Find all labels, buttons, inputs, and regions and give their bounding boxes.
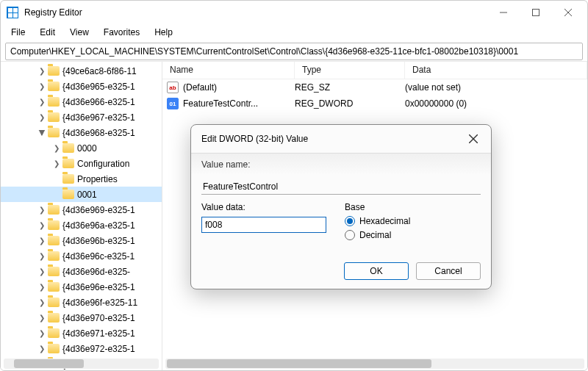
expand-icon[interactable]: ❯ (37, 267, 46, 276)
expand-icon[interactable]: ❯ (52, 159, 61, 168)
tree-item[interactable]: ❯{4d36e96c-e325-1 (1, 248, 162, 264)
expand-icon[interactable]: ❯ (37, 237, 46, 245)
tree-horizontal-scrollbar[interactable] (4, 359, 159, 369)
folder-icon (48, 267, 60, 276)
menu-view[interactable]: View (62, 26, 96, 39)
expand-icon[interactable]: ❯ (37, 82, 46, 91)
tree-item[interactable]: ❯{4d36e965-e325-1 (1, 79, 162, 94)
value-data-input[interactable] (201, 217, 326, 233)
tree-item[interactable]: ❯{4d36e96e-e325-1 (1, 279, 162, 295)
folder-icon (48, 82, 60, 91)
tree-item-label: {4d36e96c-e325-1 (62, 251, 139, 262)
maximize-button[interactable] (520, 1, 552, 24)
minimize-button[interactable] (487, 1, 520, 24)
tree-item[interactable]: ❯{4d36e96f-e325-11 (1, 295, 162, 310)
folder-icon (62, 174, 74, 184)
cell-type: REG_DWORD (295, 98, 405, 109)
tree-item[interactable]: ❯{4d36e966-e325-1 (1, 94, 162, 109)
folder-icon (62, 159, 74, 168)
tree-item-label: Properties (77, 174, 122, 184)
title-bar: Registry Editor (1, 1, 587, 24)
tree-item[interactable]: ❯{4d36e969-e325-1 (1, 202, 162, 217)
tree-item[interactable]: ❯Configuration (1, 156, 162, 171)
col-type[interactable]: Type (295, 62, 405, 79)
folder-icon (48, 66, 60, 76)
expand-icon[interactable]: ❯ (52, 144, 61, 153)
tree-item-label: {4d36e965-e325-1 (62, 82, 140, 92)
expand-icon[interactable]: ⯆ (37, 129, 46, 137)
folder-icon (48, 251, 60, 261)
tree-item[interactable]: ⯆{4d36e968-e325-1 (1, 125, 162, 140)
folder-icon (48, 205, 60, 215)
folder-icon (48, 313, 60, 323)
address-text: Computer\HKEY_LOCAL_MACHINE\SYSTEM\Curre… (10, 46, 518, 57)
value-data-label: Value data: (201, 202, 337, 212)
tree-item[interactable]: 0001 (1, 187, 162, 202)
address-bar[interactable]: Computer\HKEY_LOCAL_MACHINE\SYSTEM\Curre… (5, 43, 583, 60)
expand-icon[interactable]: ❯ (37, 298, 46, 307)
tree-item[interactable]: ❯{4d36e96d-e325- (1, 264, 162, 279)
expand-icon[interactable]: ❯ (37, 67, 46, 76)
expand-icon[interactable] (52, 190, 61, 199)
radio-hexadecimal[interactable]: Hexadecimal (345, 216, 481, 226)
folder-icon (62, 190, 74, 199)
expand-icon[interactable]: ❯ (37, 206, 46, 215)
expand-icon[interactable]: ❯ (37, 98, 46, 107)
tree-item[interactable]: ❯{4d36e970-e325-1 (1, 310, 162, 325)
col-name[interactable]: Name (162, 62, 295, 79)
cancel-button[interactable]: Cancel (416, 262, 481, 280)
folder-icon (48, 220, 60, 230)
tree-item[interactable]: ❯0000 (1, 140, 162, 156)
expand-icon[interactable]: ❯ (37, 113, 46, 122)
folder-icon (48, 282, 60, 292)
tree-item[interactable]: ❯{4d36e972-e325-1 (1, 341, 162, 356)
tree-item[interactable]: ❯{4d36e971-e325-1 (1, 325, 162, 341)
menu-bar: File Edit View Favorites Help (1, 24, 587, 40)
close-button[interactable] (552, 1, 584, 24)
radio-decimal[interactable]: Decimal (345, 230, 481, 240)
expand-icon[interactable]: ❯ (37, 221, 46, 230)
list-row[interactable]: 01FeatureTestContr...REG_DWORD0x00000000… (162, 96, 587, 112)
menu-file[interactable]: File (4, 26, 32, 39)
tree-item-label: {4d36e96e-e325-1 (62, 282, 140, 292)
svg-rect-1 (533, 10, 539, 16)
dialog-close-button[interactable] (466, 132, 481, 146)
tree-item-label: {49ce6ac8-6f86-11 (62, 66, 141, 76)
tree-item[interactable]: ❯{49ce6ac8-6f86-11 (1, 63, 162, 79)
window-title: Registry Editor (24, 7, 82, 18)
tree-item-label: {4d36e96d-e325- (62, 267, 135, 277)
cell-type: REG_SZ (295, 82, 405, 93)
folder-icon (48, 112, 60, 122)
ok-button[interactable]: OK (344, 262, 409, 280)
tree-item[interactable]: ❯{4d36e96a-e325-1 (1, 217, 162, 233)
expand-icon[interactable]: ❯ (37, 329, 46, 338)
expand-icon[interactable]: ❯ (37, 252, 46, 261)
list-header: Name Type Data (162, 62, 587, 79)
menu-favorites[interactable]: Favorites (96, 26, 147, 39)
col-data[interactable]: Data (405, 62, 587, 79)
edit-dword-dialog: Edit DWORD (32-bit) Value Value name: Va… (190, 124, 492, 289)
app-icon (7, 7, 18, 18)
expand-icon[interactable]: ❯ (37, 283, 46, 292)
folder-icon (48, 128, 60, 137)
tree-item[interactable]: ❯{4d36e967-e325-1 (1, 109, 162, 125)
base-label: Base (345, 202, 481, 212)
tree-pane: ❯{49ce6ac8-6f86-11❯{4d36e965-e325-1❯{4d3… (1, 62, 162, 370)
folder-icon (48, 97, 60, 107)
list-horizontal-scrollbar[interactable] (165, 359, 584, 369)
expand-icon[interactable]: ❯ (37, 345, 46, 353)
expand-icon[interactable] (52, 175, 61, 184)
tree-item[interactable]: ❯{4d36e96b-e325-1 (1, 233, 162, 248)
tree-item-label: {4d36e96f-e325-11 (62, 298, 142, 308)
dialog-title: Edit DWORD (32-bit) Value (201, 134, 308, 144)
cell-data: 0x00000000 (0) (405, 98, 587, 109)
tree-item[interactable]: Properties (1, 171, 162, 187)
menu-edit[interactable]: Edit (32, 26, 62, 39)
expand-icon[interactable]: ❯ (37, 314, 46, 323)
value-name-field (201, 179, 481, 195)
tree-item-label: {4d36e96a-e325-1 (62, 220, 140, 231)
list-row[interactable]: ab(Default)REG_SZ(value not set) (162, 79, 587, 96)
tree-item-label: {4d36e969-e325-1 (62, 205, 140, 215)
menu-help[interactable]: Help (147, 26, 180, 39)
value-name-label: Value name: (201, 159, 251, 170)
